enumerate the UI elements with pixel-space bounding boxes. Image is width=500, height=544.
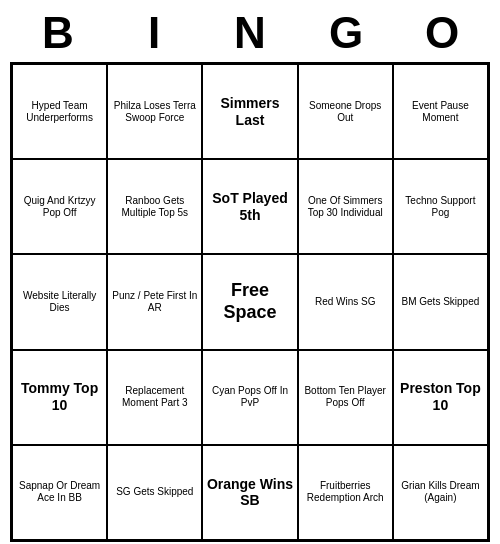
cell-13[interactable]: Red Wins SG	[298, 254, 393, 349]
cell-21[interactable]: SG Gets Skipped	[107, 445, 202, 540]
cell-8[interactable]: One Of Simmers Top 30 Individual	[298, 159, 393, 254]
cell-15[interactable]: Tommy Top 10	[12, 350, 107, 445]
cell-12[interactable]: Free Space	[202, 254, 297, 349]
cell-11[interactable]: Punz / Pete First In AR	[107, 254, 202, 349]
letter-g: G	[302, 8, 390, 58]
cell-10[interactable]: Website Literally Dies	[12, 254, 107, 349]
cell-3[interactable]: Someone Drops Out	[298, 64, 393, 159]
cell-22[interactable]: Orange Wins SB	[202, 445, 297, 540]
letter-n: N	[206, 8, 294, 58]
cell-16[interactable]: Replacement Moment Part 3	[107, 350, 202, 445]
cell-18[interactable]: Bottom Ten Player Pops Off	[298, 350, 393, 445]
cell-4[interactable]: Event Pause Moment	[393, 64, 488, 159]
letter-b: B	[14, 8, 102, 58]
cell-24[interactable]: Grian Kills Dream (Again)	[393, 445, 488, 540]
cell-17[interactable]: Cyan Pops Off In PvP	[202, 350, 297, 445]
cell-9[interactable]: Techno Support Pog	[393, 159, 488, 254]
cell-23[interactable]: Fruitberries Redemption Arch	[298, 445, 393, 540]
letter-o: O	[398, 8, 486, 58]
cell-2[interactable]: Simmers Last	[202, 64, 297, 159]
cell-5[interactable]: Quig And Krtzyy Pop Off	[12, 159, 107, 254]
cell-7[interactable]: SoT Played 5th	[202, 159, 297, 254]
cell-6[interactable]: Ranboo Gets Multiple Top 5s	[107, 159, 202, 254]
cell-20[interactable]: Sapnap Or Dream Ace In BB	[12, 445, 107, 540]
bingo-grid: Hyped Team UnderperformsPhilza Loses Ter…	[10, 62, 490, 542]
bingo-header: B I N G O	[10, 0, 490, 62]
cell-1[interactable]: Philza Loses Terra Swoop Force	[107, 64, 202, 159]
letter-i: I	[110, 8, 198, 58]
cell-14[interactable]: BM Gets Skipped	[393, 254, 488, 349]
cell-19[interactable]: Preston Top 10	[393, 350, 488, 445]
cell-0[interactable]: Hyped Team Underperforms	[12, 64, 107, 159]
